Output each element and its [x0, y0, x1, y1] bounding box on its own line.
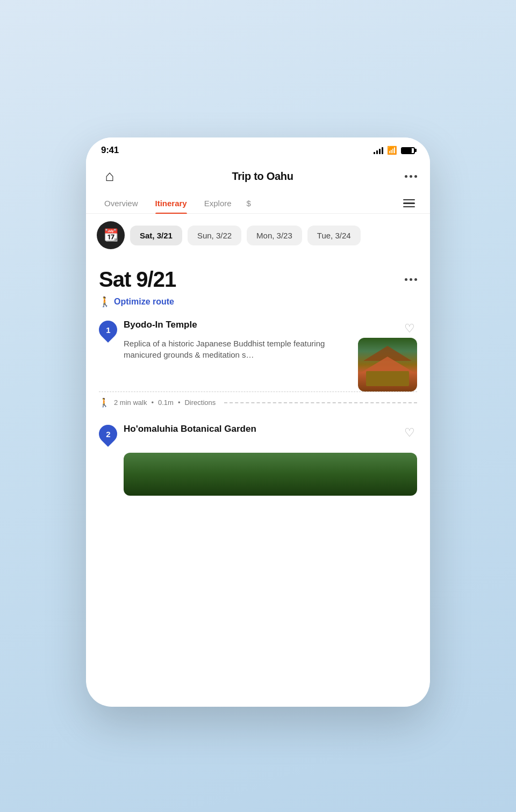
directions-link-1[interactable]: Directions: [184, 398, 216, 407]
place-card-1: 1 Byodo-In Temple ♡ Replica of a histori…: [99, 320, 417, 413]
walk-icon: 🚶: [99, 397, 110, 408]
place-card-2: 2 Ho'omaluhia Botanical Garden ♡: [99, 417, 417, 496]
page-title: Trip to Oahu: [232, 170, 293, 183]
menu-button[interactable]: [399, 194, 419, 213]
place-desc-1: Replica of a historic Japanese Buddhist …: [124, 338, 345, 360]
tab-bar: Overview Itinerary Explore $: [86, 193, 430, 214]
status-icons: 📶: [374, 146, 415, 155]
pin-2: 2: [99, 424, 117, 447]
bookmark-icon-1: ♡: [404, 322, 415, 335]
day-title: Sat 9/21: [99, 267, 176, 292]
place-name-1: Byodo-In Temple: [124, 320, 197, 330]
date-chip-sun[interactable]: Sun, 3/22: [188, 226, 241, 245]
more-button[interactable]: [405, 175, 417, 178]
status-bar: 9:41 📶: [86, 137, 430, 160]
day-header: Sat 9/21: [99, 267, 417, 292]
place-image-2: [124, 453, 417, 496]
battery-icon: [401, 147, 415, 154]
date-chip-sat[interactable]: Sat, 3/21: [130, 226, 182, 245]
status-time: 9:41: [101, 145, 119, 156]
calendar-icon: 📆: [104, 228, 118, 242]
route-icon: 🚶: [99, 296, 111, 308]
day-more-button[interactable]: [405, 278, 417, 281]
place-row-1: 1 Byodo-In Temple ♡ Replica of a histori…: [99, 320, 417, 392]
travel-distance-1: 0.1m: [158, 398, 174, 407]
app-header: ⌂ Trip to Oahu: [86, 160, 430, 193]
date-chip-mon[interactable]: Mon, 3/23: [247, 226, 302, 245]
tab-itinerary[interactable]: Itinerary: [148, 193, 195, 213]
bookmark-button-1[interactable]: ♡: [402, 320, 417, 338]
place-image-1: [358, 338, 417, 392]
main-content: Sat 9/21 🚶 Optimize route 1: [86, 257, 430, 500]
home-button[interactable]: ⌂: [99, 165, 120, 187]
home-icon: ⌂: [105, 168, 114, 185]
map-pin-1: 1: [99, 321, 117, 343]
calendar-button[interactable]: 📆: [97, 221, 125, 249]
place-content-2: Ho'omaluhia Botanical Garden ♡: [124, 424, 417, 442]
map-pin-2: 2: [99, 425, 117, 447]
date-selector: 📆 Sat, 3/21 Sun, 3/22 Mon, 3/23 Tue, 3/2…: [86, 214, 430, 257]
travel-info-1: 🚶 2 min walk • 0.1m • Directions: [99, 392, 417, 413]
place-row-2: 2 Ho'omaluhia Botanical Garden ♡: [99, 424, 417, 447]
tab-budget[interactable]: $: [241, 193, 256, 213]
menu-icon: [403, 202, 415, 204]
tab-explore[interactable]: Explore: [197, 193, 239, 213]
pin-1: 1: [99, 320, 117, 343]
travel-time-1: 2 min walk: [114, 398, 147, 407]
date-chip-tue[interactable]: Tue, 3/24: [307, 226, 361, 245]
bookmark-icon-2: ♡: [404, 426, 415, 439]
optimize-route-button[interactable]: 🚶 Optimize route: [99, 296, 417, 308]
place-name-2: Ho'omaluhia Botanical Garden: [124, 424, 256, 434]
bookmark-button-2[interactable]: ♡: [402, 424, 417, 442]
place-content-1: Byodo-In Temple ♡ Replica of a historic …: [124, 320, 417, 392]
wifi-icon: 📶: [387, 146, 397, 155]
phone-frame: 9:41 📶 ⌂ Trip to Oahu Overvi: [86, 137, 430, 707]
menu-icon: [403, 199, 415, 201]
signal-icon: [374, 147, 383, 154]
tab-overview[interactable]: Overview: [97, 193, 146, 213]
menu-icon: [403, 206, 415, 208]
